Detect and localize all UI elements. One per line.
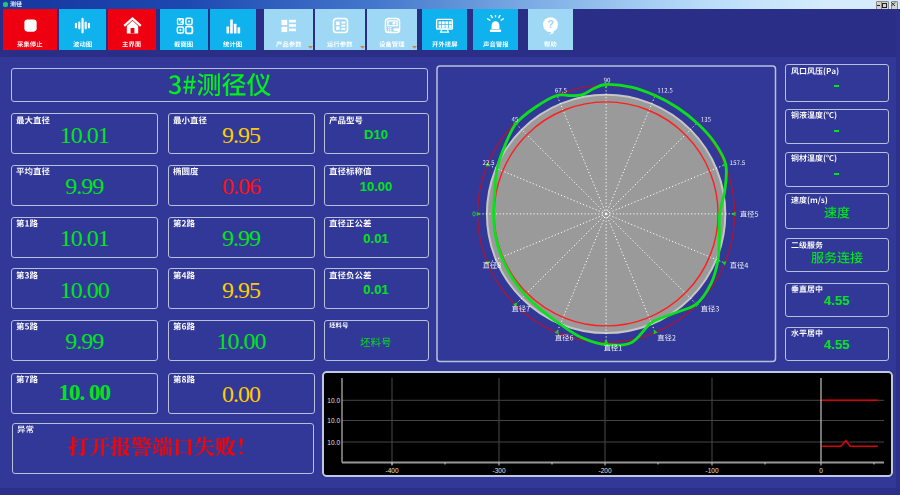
svg-text:-400: -400 xyxy=(385,467,398,474)
svg-text:-200: -200 xyxy=(598,467,611,474)
svg-text:?: ? xyxy=(547,18,554,30)
svg-text:0: 0 xyxy=(819,467,823,474)
svg-text:10.0: 10.0 xyxy=(327,439,340,446)
svg-text:-100: -100 xyxy=(705,467,718,474)
svg-text:10.0: 10.0 xyxy=(327,397,340,404)
svg-text:10.0: 10.0 xyxy=(327,417,340,424)
svg-text:-300: -300 xyxy=(492,467,505,474)
